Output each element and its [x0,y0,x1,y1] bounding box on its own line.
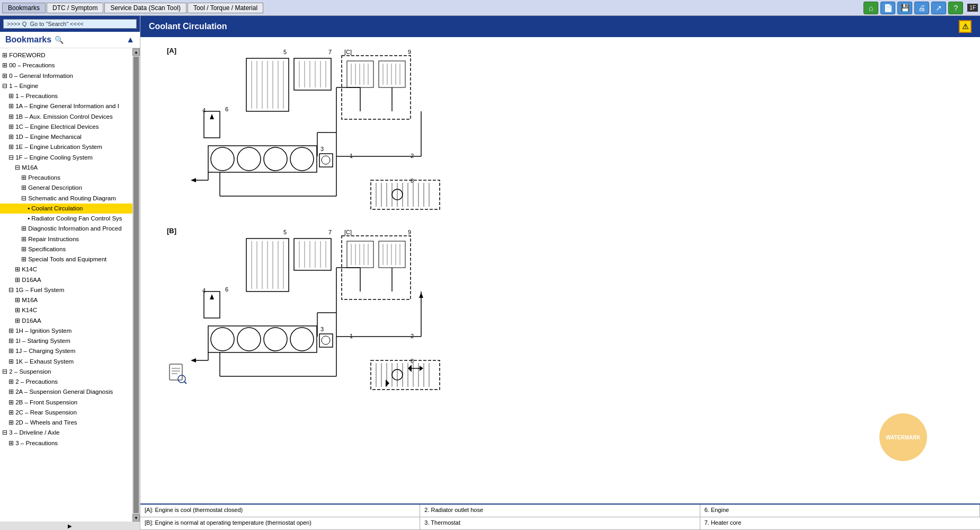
svg-rect-56 [371,180,440,209]
sidebar-item-2b[interactable]: ⊞ 2B – Front Suspension [0,398,132,408]
service-data-tab[interactable]: Service Data (Scan Tool) [104,3,186,13]
svg-rect-84 [294,238,331,270]
svg-text:[C]: [C] [344,49,352,55]
search-input[interactable] [3,19,137,29]
sidebar-item-1i[interactable]: ⊞ 1I – Starting System [0,336,132,346]
document-search-icon[interactable] [167,363,980,386]
sidebar-item-m16a-2[interactable]: ⊞ M16A [0,295,132,305]
sidebar-item-coolant-circ[interactable]: ▪ Coolant Circulation [0,204,132,214]
sidebar-item-gen-info[interactable]: ⊞ 0 – General Information [0,71,132,81]
svg-text:4: 4 [202,287,206,294]
sidebar-item-k14c-2[interactable]: ⊞ K14C [0,305,132,315]
svg-rect-21 [347,61,373,87]
svg-text:2: 2 [411,153,414,159]
sidebar-item-1k[interactable]: ⊞ 1K – Exhaust System [0,357,132,367]
sidebar-item-driveline[interactable]: ⊟ 3 – Driveline / Axle [0,428,132,438]
sidebar-item-precautions-2[interactable]: ⊞ 2 – Precautions [0,377,132,387]
legend-b-description: [B]: Engine is normal at operating tempe… [140,517,420,530]
sidebar-wrapper: ⊞ FOREWORD⊞ 00 – Precautions⊞ 0 – Genera… [0,48,140,522]
sidebar-item-suspension-2[interactable]: ⊟ 2 – Suspension [0,367,132,377]
sidebar-item-precautions-1[interactable]: ⊞ 1 – Precautions [0,91,132,101]
svg-text:[A]: [A] [167,47,176,55]
sidebar-item-repair[interactable]: ⊞ Repair Instructions [0,234,132,244]
search-icon[interactable]: 🔍 [55,36,64,44]
document-icon[interactable]: 📄 [880,2,895,14]
sidebar-item-engine[interactable]: ⊟ 1 – Engine [0,81,132,91]
svg-point-120 [322,336,330,344]
legend-item-7: 7. Heater core [700,517,980,530]
svg-rect-96 [347,241,373,268]
sidebar-expand-btn[interactable]: ▶ [0,522,140,530]
svg-text:9: 9 [408,49,411,55]
dtc-symptom-tab[interactable]: DTC / Symptom [47,3,103,13]
svg-point-114 [211,328,234,351]
legend: [A]: Engine is cool (thermostat closed) … [140,504,980,530]
sidebar-item-1f[interactable]: ⊟ 1F – Engine Cooling System [0,153,132,163]
sidebar-item-radiator-fan[interactable]: ▪ Radiator Cooling Fan Control Sys [0,214,132,224]
sidebar-scrollbar[interactable]: ▲ ▼ [132,48,140,522]
legend-a-description: [A]: Engine is cool (thermostat closed) [140,505,420,517]
scroll-thumb[interactable] [133,57,139,513]
sidebar-item-2c[interactable]: ⊞ 2C – Rear Suspension [0,408,132,418]
export-icon[interactable]: ↗ [931,2,946,14]
scroll-up-arrow[interactable]: ▲ [132,48,140,56]
bookmark-tree: ⊞ FOREWORD⊞ 00 – Precautions⊞ 0 – Genera… [0,48,132,522]
sidebar-item-1h[interactable]: ⊞ 1H – Ignition System [0,326,132,336]
tool-torque-tab[interactable]: Tool / Torque / Material [188,3,263,13]
legend-item-2: 2. Radiator outlet hose [420,505,700,517]
sidebar-item-1j[interactable]: ⊞ 1J – Charging System [0,346,132,356]
sidebar-item-1d[interactable]: ⊞ 1D – Engine Mechanical [0,132,132,142]
scroll-up-icon[interactable]: ▲ [126,35,135,45]
svg-point-40 [237,147,261,171]
svg-text:9: 9 [408,229,411,235]
content-area: Coolant Circulation ⚠ [A] [140,16,980,530]
svg-text:2: 2 [411,333,414,339]
sidebar-item-2a[interactable]: ⊞ 2A – Suspension General Diagnosis [0,387,132,397]
help-icon[interactable]: ? [948,2,963,14]
sidebar-item-1c[interactable]: ⊞ 1C – Engine Electrical Devices [0,122,132,132]
svg-marker-37 [210,114,214,119]
svg-point-116 [264,328,287,351]
sidebar-item-d16aa-2[interactable]: ⊞ D16AA [0,316,132,326]
svg-text:1: 1 [350,153,353,159]
sidebar-item-1b[interactable]: ⊞ 1B – Aux. Emission Control Devices [0,112,132,122]
sidebar-item-specifications[interactable]: ⊞ Specifications [0,244,132,254]
sidebar-item-foreword[interactable]: ⊞ FOREWORD [0,50,132,60]
sidebar: Bookmarks 🔍 ▲ ⊞ FOREWORD⊞ 00 – Precautio… [0,16,140,530]
svg-text:7: 7 [328,49,332,55]
svg-text:[C]: [C] [344,229,352,235]
sidebar-item-special-tools[interactable]: ⊞ Special Tools and Equipment [0,254,132,264]
search-bar [0,16,140,32]
sidebar-item-k14c[interactable]: ⊞ K14C [0,264,132,275]
home-icon[interactable]: ⌂ [863,2,878,14]
sidebar-item-1a[interactable]: ⊞ 1A – Engine General Information and I [0,101,132,111]
corner-label: 1F [967,4,978,12]
save-icon[interactable]: 💾 [897,2,912,14]
sidebar-item-precautions-00[interactable]: ⊞ 00 – Precautions [0,60,132,70]
sidebar-item-precautions-3[interactable]: ⊞ 3 – Precautions [0,438,132,448]
svg-text:7: 7 [328,229,332,235]
svg-rect-43 [208,146,317,172]
svg-text:6: 6 [225,286,228,293]
svg-text:5: 5 [283,229,287,235]
sidebar-item-general-desc[interactable]: ⊞ General Description [0,183,132,193]
sidebar-item-schematic[interactable]: ⊟ Schematic and Routing Diagram [0,193,132,204]
sidebar-item-m16a[interactable]: ⊟ M16A [0,163,132,173]
bookmarks-tab[interactable]: Bookmarks [2,3,46,13]
bookmarks-header: Bookmarks 🔍 ▲ [0,32,140,48]
toolbar-right: ⌂ 📄 💾 🖨 ↗ ? 1F [863,2,978,14]
bookmarks-title: Bookmarks [5,35,51,45]
diagram-a: [A] [151,42,969,212]
sidebar-item-1g[interactable]: ⊟ 1G – Fuel System [0,285,132,295]
svg-rect-9 [294,58,331,90]
sidebar-item-precautions-m16a[interactable]: ⊞ Precautions [0,173,132,183]
sidebar-item-2d[interactable]: ⊞ 2D – Wheels and Tires [0,418,132,428]
legend-item-3: 3. Thermostat [420,517,700,530]
sidebar-item-diagnostic[interactable]: ⊞ Diagnostic Information and Proced [0,224,132,234]
print-icon[interactable]: 🖨 [914,2,929,14]
sidebar-item-d16aa[interactable]: ⊞ D16AA [0,275,132,285]
content-body[interactable]: [A] [140,37,980,504]
sidebar-item-1e[interactable]: ⊞ 1E – Engine Lubrication System [0,142,132,152]
svg-text:4: 4 [202,107,206,113]
scroll-down-arrow[interactable]: ▼ [132,514,140,522]
